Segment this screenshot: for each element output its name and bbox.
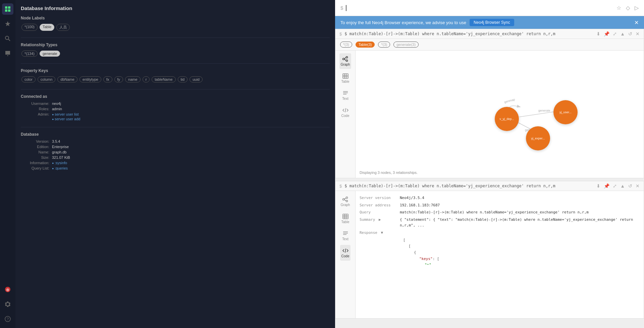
share-icon[interactable]: ◇ [626,5,630,11]
svg-text:?: ? [7,317,9,321]
help-icon[interactable]: ? [2,313,13,325]
node-labels-section: Node Labels *(100) Table 人员 [21,16,330,31]
name-row: Name: graph.db [21,150,330,154]
graph-node-dep[interactable]: v_yj_dep... [495,107,519,131]
svg-rect-15 [343,74,348,78]
favorite-icon[interactable]: ☆ [616,5,621,11]
graph-area-1[interactable]: genmap generate generate... v_yj_dep... … [356,51,644,178]
dollar-sign: $ [340,5,343,11]
response-arrow[interactable]: ▼ [381,231,383,235]
graph-node-user[interactable]: yj_user... [553,100,578,124]
pin-icon-2[interactable]: 📌 [604,183,609,189]
run-icon[interactable]: ▷ [635,5,639,11]
svg-point-12 [346,60,348,62]
prop-fx[interactable]: fx [103,76,112,82]
panel-tabs-1: Graph Table [335,51,356,178]
svg-line-5 [8,39,10,41]
tab-table-1[interactable]: Table [340,70,351,86]
query-panel-2: $ $ match(n:Table)-[r]->(m:Table) where … [335,181,644,319]
tab-text-2[interactable]: Text [341,228,350,244]
tab-text-1[interactable]: Text [341,87,350,103]
graph-node-exper[interactable]: yj_exper... [526,126,550,150]
filter-tags-row: *(3) Table(3) *(3) generate(3) [335,39,644,51]
json-line-5: "n", [403,263,434,265]
settings-icon[interactable] [2,299,13,310]
icon-bar: ⊗ ? [0,0,15,328]
search-icon[interactable] [2,33,13,44]
prop-color[interactable]: color [21,76,36,82]
response-row: Response ▼ [360,230,640,236]
server-user-add-link[interactable]: server user add [52,117,80,121]
filter-generate[interactable]: generate(3) [393,42,419,48]
up-icon-1[interactable]: ▲ [620,31,625,37]
svg-line-33 [344,200,346,201]
prop-name[interactable]: name [125,76,141,82]
download-icon-1[interactable]: ⬇ [596,31,600,37]
top-bar: $ ☆ ◇ ▷ [335,0,644,16]
tab-code-label-2: Code [341,254,350,258]
banner-close-icon[interactable]: ✕ [634,19,639,26]
pin-icon-1[interactable]: 📌 [604,31,609,37]
download-icon-2[interactable]: ⬇ [596,183,600,189]
svg-point-10 [343,58,344,60]
prop-fy[interactable]: fy [114,76,123,82]
prop-r[interactable]: r [143,76,150,82]
prop-uuid[interactable]: uuid [190,76,203,82]
sync-button[interactable]: Neo4j Browser Sync [470,19,514,26]
cursor [346,5,346,11]
svg-text:genmap: genmap [504,98,515,104]
summary-key: Summary ▶ [360,217,400,228]
property-tags: color column dbName entitytype fx fy nam… [21,76,330,83]
tab-graph-1[interactable]: Graph [339,53,352,69]
summary-arrow[interactable]: ▶ [379,217,381,222]
up-icon-2[interactable]: ▲ [620,183,625,189]
panels-container: $ $ match(n:Table)-[r]->(m:Table) where … [335,29,644,328]
close-icon-2[interactable]: ✕ [636,183,640,189]
server-user-list-link[interactable]: server user list [52,112,80,116]
tab-table-2[interactable]: Table [340,211,351,226]
property-keys-section: Property Keys color column dbName entity… [21,68,330,83]
tab-graph-label-1: Graph [341,63,350,66]
panel-body-2: Graph Table [335,191,644,318]
queries-link[interactable]: :queries [52,166,68,170]
panel-body-1: Graph Table [335,51,644,178]
refresh-icon-1[interactable]: ↺ [628,31,632,37]
prop-tid[interactable]: tid [178,76,188,82]
node-labels-title: Node Labels [21,16,330,20]
tab-code-label-1: Code [341,114,350,118]
error-icon[interactable]: ⊗ [2,284,13,295]
chat-icon[interactable] [2,48,13,59]
filter-all-nodes[interactable]: *(3) [340,42,352,48]
prop-entitytype[interactable]: entitytype [79,76,101,82]
tab-code-2[interactable]: Code [340,245,351,261]
divider-1 [21,38,330,38]
close-icon-1[interactable]: ✕ [636,31,640,37]
sidebar: Database Information Node Labels *(100) … [15,0,335,328]
expand-icon-1[interactable]: ⤢ [613,31,617,37]
prop-dbname[interactable]: dbName [57,76,77,82]
home-icon[interactable] [2,3,13,15]
node-labels-tags: *(100) Table 人员 [21,23,330,31]
tag-all-nodes[interactable]: *(100) [21,24,38,31]
filter-table[interactable]: Table(3) [356,42,375,48]
star-icon[interactable] [2,18,13,29]
svg-rect-2 [5,9,7,12]
tag-all-rel[interactable]: *(134) [21,51,38,57]
tag-generate[interactable]: generate [40,51,60,57]
expand-icon-2[interactable]: ⤢ [613,183,617,189]
tab-code-1[interactable]: Code [340,105,351,120]
divider-2 [21,63,330,64]
top-bar-actions: ☆ ◇ ▷ [616,5,639,11]
filter-all-rel[interactable]: *(3) [378,42,390,48]
tag-table[interactable]: Table [40,24,54,31]
prop-column[interactable]: column [38,76,55,82]
prop-tablename[interactable]: tableName [152,76,175,82]
summary-val: { "statement": { "text": "match(n:Table)… [400,217,640,228]
refresh-icon-2[interactable]: ↺ [628,183,632,189]
sysinfo-link[interactable]: :sysinfo [52,161,67,165]
sidebar-title: Database Information [21,5,330,11]
query-header-1: $ $ match(n:Table)-[r]->(m:Table) where … [335,29,644,39]
svg-point-31 [346,200,348,202]
tag-people[interactable]: 人员 [56,24,70,31]
tab-graph-2[interactable]: Graph [339,194,352,209]
